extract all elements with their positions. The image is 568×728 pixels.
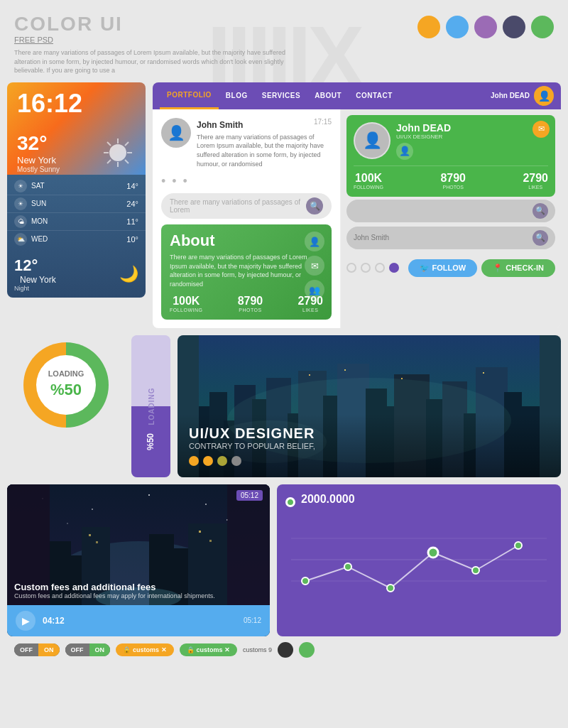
svg-text:%50: %50 xyxy=(50,381,81,398)
color-dot-orange xyxy=(417,16,440,38)
loading-section: LOADING %50 xyxy=(7,335,124,440)
designer-title: UI/UX DESIGNER xyxy=(189,425,550,442)
row1: 16:12 32° New York Mostly Sunny xyxy=(7,82,561,328)
designer-dot-4 xyxy=(231,456,241,466)
svg-point-45 xyxy=(67,523,68,524)
day-sun-temp: 24° xyxy=(126,200,138,208)
play-button[interactable]: ▶ xyxy=(16,611,36,631)
svg-line-7 xyxy=(125,142,129,146)
toggle-on-2[interactable]: ON xyxy=(89,643,111,656)
profile-likes-num: 2790 xyxy=(523,172,548,185)
nav-blog[interactable]: BLOG xyxy=(219,82,255,109)
sun-icon xyxy=(100,135,136,170)
svg-line-5 xyxy=(107,142,111,146)
search-icon-2[interactable]: 🔍 xyxy=(532,230,548,246)
nav-contact[interactable]: CONTACT xyxy=(349,82,400,109)
search-bar-2[interactable]: John Smith 🔍 xyxy=(346,227,555,249)
stat-following-label: FOLLOWING xyxy=(170,308,203,313)
stat-photos: 8790 PHOTOS xyxy=(238,295,263,313)
svg-point-43 xyxy=(205,504,207,505)
nav-user: John DEAD 👤 xyxy=(491,86,554,106)
profile-info: John DEAD UI/UX DESIGNER 👤 xyxy=(396,122,451,160)
color-palette xyxy=(417,16,554,38)
toggle-off-2[interactable]: OFF xyxy=(65,643,89,656)
svg-rect-57 xyxy=(96,541,98,543)
customs-tag-orange[interactable]: 🔒 customs ✕ xyxy=(116,643,174,656)
svg-line-8 xyxy=(107,160,111,163)
checkin-button[interactable]: 📍 CHECK-IN xyxy=(481,259,555,277)
stat-following: 100K FOLLOWING xyxy=(170,295,203,313)
about-section: 👤 ✉ 👥 About There are many variations of… xyxy=(161,224,332,319)
weather-day-sat: ☀ SAT 14° xyxy=(7,178,146,195)
nav-portfolio[interactable]: PORTFOLIO xyxy=(160,82,219,109)
color-dot-blue xyxy=(446,16,469,38)
svg-point-65 xyxy=(344,563,351,570)
chart-section: 2000.0000 xyxy=(277,484,561,636)
search-button[interactable]: 🔍 xyxy=(306,197,323,214)
profile-likes: 2790 LIKES xyxy=(523,172,548,190)
bar-label: LOADING xyxy=(147,387,155,425)
msg-content: John Smith 17:15 There are many variatio… xyxy=(197,118,332,168)
msg-text: There are many variations of passages of… xyxy=(197,133,332,168)
day-sun-name: SUN xyxy=(31,200,53,207)
message-user: 👤 John Smith 17:15 There are many variat… xyxy=(161,118,332,168)
dot-indicators xyxy=(346,263,399,273)
day-sat-name: SAT xyxy=(31,182,53,190)
day-mon-temp: 11° xyxy=(126,217,138,226)
about-stats: 100K FOLLOWING 8790 PHOTOS 2790 LIKES xyxy=(170,295,323,313)
search-bars: 🔍 John Smith 🔍 xyxy=(341,200,561,254)
dot-2 xyxy=(361,263,371,273)
designer-dot-1 xyxy=(189,456,199,466)
video-controls: ▶ 04:12 05:12 xyxy=(7,605,270,636)
header-desc: There are many variations of passages of… xyxy=(14,48,312,75)
lock-icon-green: 🔒 xyxy=(187,646,195,653)
toggle-off-1[interactable]: OFF xyxy=(14,643,38,656)
weather-days: ☀ SAT 14° ☀ SUN 24° 🌤 MON 11° xyxy=(7,175,146,251)
profile-likes-label: LIKES xyxy=(523,185,548,190)
pie-chart-container: LOADING %50 xyxy=(16,335,116,435)
svg-rect-59 xyxy=(209,540,212,542)
search-bar[interactable]: There are many variations of passages of… xyxy=(161,193,332,219)
bar-percent: %50 xyxy=(146,433,156,450)
stat-likes-label: LIKES xyxy=(297,308,323,313)
customs-tag-green[interactable]: 🔒 customs ✕ xyxy=(180,643,238,656)
video-bg: 05:12 Custom fees and additional fees Cu… xyxy=(7,484,270,605)
follow-button[interactable]: 🐦 FOLLOW xyxy=(408,259,478,277)
lock-icon-orange: 🔒 xyxy=(123,646,131,653)
color-dot-green xyxy=(531,16,554,38)
bottom-toggles: OFF ON OFF ON 🔒 customs ✕ 🔒 customs ✕ cu… xyxy=(7,636,561,663)
svg-point-64 xyxy=(302,577,309,585)
search-bar-1[interactable]: 🔍 xyxy=(346,200,555,222)
designer-overlay: UI/UX DESIGNER CONTRARY TO POPULAR BELIE… xyxy=(178,414,561,477)
toggle-on-1[interactable]: ON xyxy=(38,643,60,656)
svg-point-42 xyxy=(148,494,150,496)
portfolio-nav: PORTFOLIO BLOG SERVICES ABOUT CONTACT Jo… xyxy=(153,82,561,109)
pie-chart: LOADING %50 xyxy=(16,335,116,435)
portfolio-panel: PORTFOLIO BLOG SERVICES ABOUT CONTACT Jo… xyxy=(153,82,561,328)
svg-line-6 xyxy=(125,160,129,163)
day-wed-name: WED xyxy=(31,235,53,243)
nav-about[interactable]: ABOUT xyxy=(307,82,349,109)
night-info: 12° New York Night xyxy=(14,256,56,292)
action-btns: 🐦 FOLLOW 📍 CHECK-IN xyxy=(408,259,555,277)
svg-point-66 xyxy=(387,585,394,592)
search-input[interactable]: There are many variations of passages of… xyxy=(170,198,306,214)
svg-rect-58 xyxy=(199,531,201,533)
nav-services[interactable]: SERVICES xyxy=(255,82,307,109)
night-condition: Night xyxy=(14,285,56,292)
designer-card: UI/UX DESIGNER CONTRARY TO POPULAR BELIE… xyxy=(178,335,561,477)
weather-day-mon: 🌤 MON 11° xyxy=(7,213,146,231)
profile-photos-num: 8790 xyxy=(440,172,466,185)
toggle-group-1[interactable]: OFF ON xyxy=(14,643,60,656)
search-icon-1[interactable]: 🔍 xyxy=(532,203,548,219)
designer-subtitle: CONTRARY TO POPULAR BELIEF, xyxy=(189,442,550,450)
stat-photos-label: PHOTOS xyxy=(238,308,263,313)
mon-icon: 🌤 xyxy=(14,215,27,228)
customs-label-green: customs ✕ xyxy=(197,646,231,653)
svg-rect-36 xyxy=(344,369,346,371)
profile-card: ✉ 👤 John DEAD UI/UX DESIGNER 👤 100K xyxy=(346,115,555,197)
night-temp: 12° xyxy=(14,256,56,275)
toggle-group-2[interactable]: OFF ON xyxy=(65,643,111,656)
location-icon: 📍 xyxy=(493,264,503,273)
weather-bottom: ☀ SAT 14° ☀ SUN 24° 🌤 MON 11° xyxy=(7,175,146,298)
